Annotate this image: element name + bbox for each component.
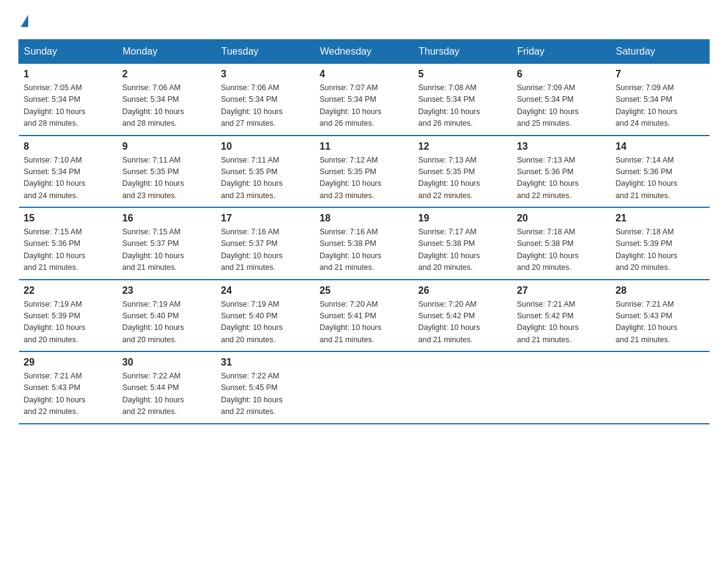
calendar-cell: 14 Sunrise: 7:14 AM Sunset: 5:36 PM Dayl… [611,136,710,208]
calendar-cell: 17 Sunrise: 7:16 AM Sunset: 5:37 PM Dayl… [216,207,315,280]
calendar-cell: 23 Sunrise: 7:19 AM Sunset: 5:40 PM Dayl… [118,280,216,352]
day-info: Sunrise: 7:16 AM Sunset: 5:38 PM Dayligh… [320,226,409,274]
day-info: Sunrise: 7:21 AM Sunset: 5:43 PM Dayligh… [616,299,705,347]
day-number: 21 [616,213,705,224]
day-info: Sunrise: 7:05 AM Sunset: 5:34 PM Dayligh… [24,82,113,130]
day-header-tuesday: Tuesday [216,40,315,64]
calendar-cell: 30 Sunrise: 7:22 AM Sunset: 5:44 PM Dayl… [118,351,216,424]
day-number: 9 [123,141,211,152]
calendar-table: SundayMondayTuesdayWednesdayThursdayFrid… [18,39,710,424]
day-info: Sunrise: 7:21 AM Sunset: 5:42 PM Dayligh… [517,299,606,347]
logo-triangle-icon [21,15,28,27]
day-header-sunday: Sunday [19,40,118,64]
day-info: Sunrise: 7:13 AM Sunset: 5:35 PM Dayligh… [419,155,507,202]
day-info: Sunrise: 7:09 AM Sunset: 5:34 PM Dayligh… [616,82,705,130]
day-header-thursday: Thursday [414,40,512,64]
calendar-cell: 11 Sunrise: 7:12 AM Sunset: 5:35 PM Dayl… [315,136,414,208]
day-number: 26 [419,285,507,296]
calendar-week-row: 1 Sunrise: 7:05 AM Sunset: 5:34 PM Dayli… [19,64,710,136]
calendar-cell: 7 Sunrise: 7:09 AM Sunset: 5:34 PM Dayli… [611,64,710,136]
day-info: Sunrise: 7:16 AM Sunset: 5:37 PM Dayligh… [221,226,310,274]
calendar-cell: 28 Sunrise: 7:21 AM Sunset: 5:43 PM Dayl… [611,280,710,352]
day-info: Sunrise: 7:22 AM Sunset: 5:44 PM Dayligh… [123,370,211,418]
day-number: 22 [24,285,113,296]
day-number: 18 [320,213,409,224]
day-info: Sunrise: 7:21 AM Sunset: 5:43 PM Dayligh… [24,370,113,418]
day-info: Sunrise: 7:06 AM Sunset: 5:34 PM Dayligh… [123,82,211,130]
day-info: Sunrise: 7:06 AM Sunset: 5:34 PM Dayligh… [221,82,310,130]
day-info: Sunrise: 7:18 AM Sunset: 5:39 PM Dayligh… [616,226,705,274]
calendar-cell: 6 Sunrise: 7:09 AM Sunset: 5:34 PM Dayli… [512,64,611,136]
day-number: 6 [517,69,606,80]
calendar-cell: 24 Sunrise: 7:19 AM Sunset: 5:40 PM Dayl… [216,280,315,352]
calendar-cell: 19 Sunrise: 7:17 AM Sunset: 5:38 PM Dayl… [414,207,512,280]
calendar-body: 1 Sunrise: 7:05 AM Sunset: 5:34 PM Dayli… [19,64,710,424]
day-info: Sunrise: 7:12 AM Sunset: 5:35 PM Dayligh… [320,155,409,202]
day-number: 2 [123,69,211,80]
page-header [18,12,710,27]
calendar-week-row: 22 Sunrise: 7:19 AM Sunset: 5:39 PM Dayl… [19,280,710,352]
day-info: Sunrise: 7:22 AM Sunset: 5:45 PM Dayligh… [221,370,310,418]
day-info: Sunrise: 7:20 AM Sunset: 5:42 PM Dayligh… [419,299,507,347]
day-info: Sunrise: 7:18 AM Sunset: 5:38 PM Dayligh… [517,226,606,274]
calendar-cell: 20 Sunrise: 7:18 AM Sunset: 5:38 PM Dayl… [512,207,611,280]
day-header-friday: Friday [512,40,611,64]
day-info: Sunrise: 7:07 AM Sunset: 5:34 PM Dayligh… [320,82,409,130]
day-info: Sunrise: 7:13 AM Sunset: 5:36 PM Dayligh… [517,155,606,202]
day-number: 13 [517,141,606,152]
calendar-cell: 16 Sunrise: 7:15 AM Sunset: 5:37 PM Dayl… [118,207,216,280]
day-number: 19 [419,213,507,224]
day-number: 28 [616,285,705,296]
calendar-cell: 12 Sunrise: 7:13 AM Sunset: 5:35 PM Dayl… [414,136,512,208]
calendar-cell [512,351,611,424]
calendar-cell: 1 Sunrise: 7:05 AM Sunset: 5:34 PM Dayli… [19,64,118,136]
day-number: 11 [320,141,409,152]
day-number: 10 [221,141,310,152]
day-info: Sunrise: 7:20 AM Sunset: 5:41 PM Dayligh… [320,299,409,347]
calendar-cell: 29 Sunrise: 7:21 AM Sunset: 5:43 PM Dayl… [19,351,118,424]
calendar-cell: 13 Sunrise: 7:13 AM Sunset: 5:36 PM Dayl… [512,136,611,208]
day-info: Sunrise: 7:15 AM Sunset: 5:36 PM Dayligh… [24,226,113,274]
day-info: Sunrise: 7:14 AM Sunset: 5:36 PM Dayligh… [616,155,705,202]
calendar-cell: 25 Sunrise: 7:20 AM Sunset: 5:41 PM Dayl… [315,280,414,352]
calendar-cell [315,351,414,424]
day-number: 3 [221,69,310,80]
day-header-row: SundayMondayTuesdayWednesdayThursdayFrid… [19,40,710,64]
calendar-cell: 2 Sunrise: 7:06 AM Sunset: 5:34 PM Dayli… [118,64,216,136]
day-number: 8 [24,141,113,152]
day-number: 23 [123,285,211,296]
day-info: Sunrise: 7:11 AM Sunset: 5:35 PM Dayligh… [221,155,310,202]
calendar-cell: 10 Sunrise: 7:11 AM Sunset: 5:35 PM Dayl… [216,136,315,208]
day-number: 24 [221,285,310,296]
day-number: 25 [320,285,409,296]
day-number: 4 [320,69,409,80]
day-info: Sunrise: 7:17 AM Sunset: 5:38 PM Dayligh… [419,226,507,274]
day-number: 16 [123,213,211,224]
day-info: Sunrise: 7:08 AM Sunset: 5:34 PM Dayligh… [419,82,507,130]
calendar-header: SundayMondayTuesdayWednesdayThursdayFrid… [19,40,710,64]
calendar-cell: 21 Sunrise: 7:18 AM Sunset: 5:39 PM Dayl… [611,207,710,280]
day-number: 7 [616,69,705,80]
calendar-cell [414,351,512,424]
calendar-cell: 22 Sunrise: 7:19 AM Sunset: 5:39 PM Dayl… [19,280,118,352]
day-number: 31 [221,357,310,368]
calendar-cell: 18 Sunrise: 7:16 AM Sunset: 5:38 PM Dayl… [315,207,414,280]
calendar-cell: 27 Sunrise: 7:21 AM Sunset: 5:42 PM Dayl… [512,280,611,352]
day-info: Sunrise: 7:19 AM Sunset: 5:40 PM Dayligh… [221,299,310,347]
day-number: 1 [24,69,113,80]
day-info: Sunrise: 7:11 AM Sunset: 5:35 PM Dayligh… [123,155,211,202]
day-number: 15 [24,213,113,224]
day-number: 29 [24,357,113,368]
calendar-week-row: 15 Sunrise: 7:15 AM Sunset: 5:36 PM Dayl… [19,207,710,280]
calendar-cell: 15 Sunrise: 7:15 AM Sunset: 5:36 PM Dayl… [19,207,118,280]
day-number: 27 [517,285,606,296]
day-header-saturday: Saturday [611,40,710,64]
day-info: Sunrise: 7:15 AM Sunset: 5:37 PM Dayligh… [123,226,211,274]
logo-text [18,12,28,27]
day-info: Sunrise: 7:19 AM Sunset: 5:40 PM Dayligh… [123,299,211,347]
day-number: 30 [123,357,211,368]
logo [18,12,28,27]
day-header-monday: Monday [118,40,216,64]
day-number: 14 [616,141,705,152]
day-info: Sunrise: 7:19 AM Sunset: 5:39 PM Dayligh… [24,299,113,347]
